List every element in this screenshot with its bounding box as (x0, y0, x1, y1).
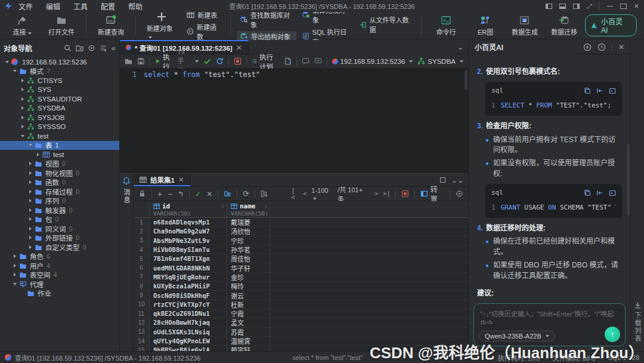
add-row-icon[interactable]: + (157, 189, 162, 199)
cell-id[interactable]: MRY5qBjUEgRohur (150, 273, 227, 281)
collapse-arrow-icon[interactable] (19, 97, 26, 101)
tree-item-模式[interactable]: 模式7 (0, 67, 119, 76)
layout-expand-icon[interactable]: ⤢ (587, 4, 592, 9)
tree-item-SYSAUDITOR[interactable]: SYSAUDITOR (0, 94, 119, 104)
cell-name[interactable]: 温婉霄 (227, 336, 270, 346)
sort-icon[interactable]: ↕ (222, 203, 225, 209)
collapse-arrow-icon[interactable] (27, 162, 33, 165)
tree-item-SYSJOB[interactable]: SYSJOB (0, 113, 119, 122)
tree-item-作业[interactable]: 作业 (0, 289, 119, 299)
comment-icon[interactable] (302, 57, 309, 65)
cancel-icon[interactable]: ✕ (206, 190, 212, 198)
collapse-arrow-icon[interactable] (19, 125, 26, 128)
cell-name[interactable]: 杜新 (227, 300, 270, 309)
cell-id[interactable]: 9hBB5wcB8ie6ylA (150, 346, 227, 351)
sort-icon[interactable]: ↕ (265, 203, 268, 209)
menu-item[interactable]: 编辑 (46, 1, 60, 11)
new-function-button[interactable]: F 新建函数 (183, 21, 224, 42)
cell-name[interactable]: 宁珍 (227, 236, 270, 245)
cell-id[interactable]: 7B1n6xmf4BT1Xgn (150, 255, 227, 262)
expand-arrow-icon[interactable] (19, 135, 26, 137)
cell-id[interactable]: HiVbOB8mySIanTu (150, 246, 227, 253)
cell-name[interactable]: 孙华茗 (227, 245, 270, 254)
tree-item-SYS[interactable]: SYS (0, 85, 119, 95)
export-result-icon[interactable] (224, 190, 231, 198)
close-panel-icon[interactable]: ✕ (618, 43, 624, 51)
collapse-arrow-icon[interactable] (19, 88, 26, 91)
notification-bell-icon[interactable] (122, 177, 131, 185)
page-range-select[interactable]: 1-100 (311, 187, 333, 201)
download-list-tab[interactable]: 下载列表 (633, 312, 642, 343)
tree-item-视图[interactable]: 视图0 (0, 159, 119, 169)
close-tab-icon[interactable]: ✕ (178, 176, 184, 184)
revert-icon[interactable]: ↰ (178, 190, 184, 198)
grid-settings-icon[interactable] (456, 190, 463, 198)
connection-select[interactable]: 192.168.59.132:5236 (332, 58, 413, 65)
schema-select[interactable]: SYSDBA (417, 57, 463, 65)
tree-item-外部链接[interactable]: 外部链接0 (0, 233, 119, 243)
insert-code-icon[interactable] (596, 87, 603, 94)
cell-name[interactable]: 宁霞 (227, 309, 270, 318)
close-tab-icon[interactable]: ✕ (236, 44, 242, 52)
table-row[interactable]: 4HiVbOB8mySIanTu孙华茗 (134, 245, 468, 254)
data-migrate-button[interactable]: 数据迁移 (546, 14, 583, 38)
stop-button[interactable] (234, 57, 242, 65)
cell-id[interactable]: Cha9noMmG9g2uW7 (150, 227, 227, 235)
next-page-button[interactable]: > (374, 190, 378, 197)
ai-scrollbar[interactable] (627, 144, 630, 216)
column-header-id[interactable]: id ↕ VARCHAR(50) (150, 201, 227, 217)
collapse-arrow-icon[interactable] (19, 106, 26, 110)
cell-name[interactable]: 谢云 (227, 291, 270, 300)
result-grid[interactable]: id ↕ VARCHAR(50) name ↕ VARCHAR(50) (134, 201, 468, 351)
expand-arrow-icon[interactable] (4, 61, 10, 63)
cell-id[interactable]: o68xdADleqvsMp1 (150, 219, 227, 226)
collapse-panel-chevron-icon[interactable]: ⌄⌄ (451, 176, 463, 184)
table-row[interactable]: 57B1n6xmf4BT1Xgn周佳怡 (134, 254, 468, 263)
uncomment-icon[interactable] (314, 57, 322, 65)
table-row[interactable]: 8kUXyBcza1aPHiiP梅玲 (134, 282, 468, 291)
new-chat-icon[interactable] (583, 43, 592, 51)
tree-item-自定义类型[interactable]: 自定义类型0 (0, 242, 119, 252)
open-file-button[interactable]: 打开文件 (43, 14, 80, 38)
collapse-panel-icon[interactable]: « (112, 44, 116, 53)
expand-arrow-icon[interactable] (11, 283, 18, 285)
ai-input[interactable] (480, 309, 619, 324)
tree-item-test[interactable]: test (0, 131, 119, 141)
connect-button[interactable]: 连接 (4, 14, 41, 38)
table-row[interactable]: 1o68xdADleqvsMp1戴瑞菱 (134, 218, 468, 227)
copy-code-icon[interactable] (584, 87, 591, 94)
explain-plan-button[interactable]: 执行计划 (252, 52, 279, 71)
send-button[interactable]: ↑ (605, 327, 620, 342)
maximize-panel-icon[interactable] (440, 177, 445, 183)
copy-code-icon[interactable] (584, 189, 591, 196)
import-from-file-button[interactable]: 从文件导入数据 (356, 14, 416, 35)
refresh-icon[interactable]: ⟳ (243, 189, 249, 198)
collapse-arrow-icon[interactable] (19, 79, 26, 82)
cell-name[interactable]: 汤欣怡 (227, 226, 270, 236)
cell-id[interactable]: AbsMbPNe3ZutL9v (150, 237, 227, 244)
list-view-icon[interactable] (100, 44, 107, 52)
collapse-arrow-icon[interactable] (27, 190, 33, 193)
cell-name[interactable]: 赖宇轩 (227, 345, 270, 351)
collapse-arrow-icon[interactable] (27, 227, 33, 230)
collapse-arrow-icon[interactable] (27, 199, 33, 202)
stop-fetch-icon[interactable] (401, 190, 409, 198)
save-icon[interactable] (137, 57, 145, 65)
cell-id[interactable]: oUdL5XGKs3LNsiq (150, 328, 227, 336)
menu-item[interactable]: 帮助 (128, 1, 143, 11)
tree-item-test[interactable]: test (0, 150, 119, 159)
tree-item-CTISYS[interactable]: CTISYS (0, 76, 119, 85)
table-row[interactable]: 11qkBE2CuZ691DNu1宁霞 (134, 309, 468, 318)
find-db-objects-button[interactable]: 查找数据库对象 (237, 10, 296, 30)
collapse-arrow-icon[interactable] (11, 254, 18, 258)
tree-item-函数[interactable]: 函数0 (0, 178, 119, 187)
menu-item[interactable]: 配置 (101, 1, 115, 11)
download-icon[interactable] (634, 302, 642, 309)
collapse-arrow-icon[interactable] (19, 116, 26, 119)
cell-name[interactable]: 梅玲 (227, 281, 270, 291)
layout-left-panel-icon[interactable] (546, 4, 552, 9)
tree-item-SYSSSO[interactable]: SYSSSO (0, 122, 119, 132)
cell-name[interactable]: 孟文 (227, 318, 270, 327)
layout-bottom-panel-icon[interactable] (559, 4, 566, 9)
last-page-button[interactable]: >| (383, 190, 390, 197)
